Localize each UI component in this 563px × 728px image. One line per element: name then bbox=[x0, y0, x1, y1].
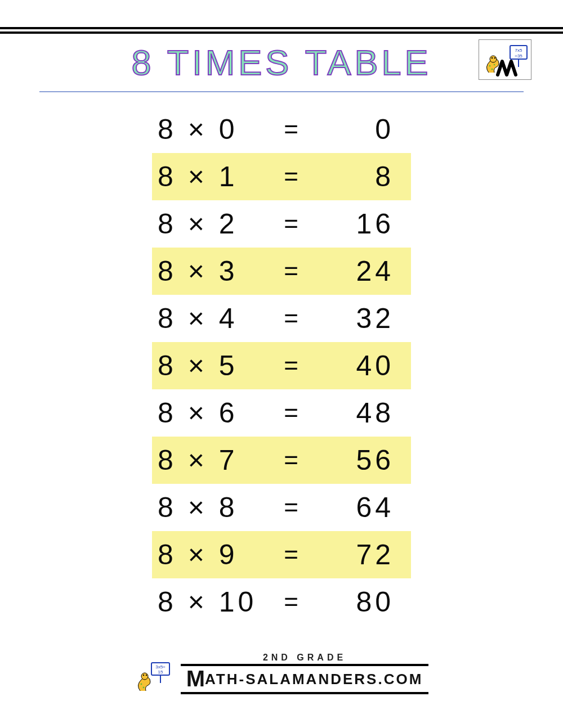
grade-label: 2ND GRADE bbox=[263, 653, 346, 663]
row-result: 80 bbox=[310, 586, 401, 618]
svg-point-5 bbox=[489, 65, 491, 67]
equals-sign: = bbox=[276, 352, 310, 380]
svg-point-7 bbox=[494, 64, 495, 66]
row-lhs: 8 × 5 bbox=[152, 349, 276, 382]
row-result: 16 bbox=[310, 208, 401, 240]
row-lhs: 8 × 10 bbox=[152, 586, 276, 618]
row-lhs: 8 × 2 bbox=[152, 208, 276, 240]
row-result: 8 bbox=[310, 160, 401, 193]
row-result: 24 bbox=[310, 255, 401, 287]
row-result: 0 bbox=[310, 113, 401, 146]
title-underline bbox=[39, 91, 524, 92]
svg-point-13 bbox=[140, 684, 142, 685]
table-row: 8 × 9=72 bbox=[152, 531, 411, 578]
equals-sign: = bbox=[276, 446, 310, 474]
row-lhs: 8 × 8 bbox=[152, 491, 276, 524]
table-row: 8 × 3=24 bbox=[152, 248, 411, 295]
row-lhs: 8 × 6 bbox=[152, 397, 276, 429]
footer-board-line1: 3x5= bbox=[155, 664, 166, 669]
logo-board-line2: =35 bbox=[515, 53, 522, 59]
svg-point-4 bbox=[494, 57, 496, 59]
svg-point-14 bbox=[142, 687, 144, 689]
equals-sign: = bbox=[276, 210, 310, 238]
footer-text: 2ND GRADE MATH-SALAMANDERS.COM bbox=[181, 653, 429, 694]
svg-point-10 bbox=[141, 673, 148, 680]
equals-sign: = bbox=[276, 163, 310, 191]
salamander-mascot-icon: 7x5 =35 bbox=[481, 42, 529, 77]
header: 8 TIMES TABLE bbox=[39, 44, 524, 92]
row-lhs: 8 × 4 bbox=[152, 302, 276, 335]
row-result: 56 bbox=[310, 444, 401, 477]
brand-label: MATH-SALAMANDERS.COM bbox=[181, 664, 429, 694]
page-title: 8 TIMES TABLE bbox=[39, 44, 524, 80]
equals-sign: = bbox=[276, 541, 310, 569]
svg-point-2 bbox=[490, 56, 497, 62]
salamander-footer-icon: 3x5= 15 bbox=[135, 660, 174, 694]
equals-sign: = bbox=[276, 115, 310, 143]
top-double-rule bbox=[0, 27, 563, 34]
table-row: 8 × 0=0 bbox=[152, 106, 411, 153]
brand-m: M bbox=[186, 666, 205, 691]
svg-point-6 bbox=[491, 69, 493, 70]
row-result: 72 bbox=[310, 538, 401, 571]
row-lhs: 8 × 9 bbox=[152, 538, 276, 571]
table-row: 8 × 4=32 bbox=[152, 295, 411, 342]
table-row: 8 × 8=64 bbox=[152, 484, 411, 531]
worksheet-page: 8 TIMES TABLE 7x5 =35 8 × 0=08 × 1=88 × … bbox=[0, 0, 563, 728]
svg-point-11 bbox=[142, 675, 144, 676]
times-table-rows: 8 × 0=08 × 1=88 × 2=168 × 3=248 × 4=328 … bbox=[0, 106, 563, 626]
row-result: 64 bbox=[310, 491, 401, 524]
table-row: 8 × 5=40 bbox=[152, 342, 411, 389]
salamander-corner-logo: 7x5 =35 bbox=[479, 39, 531, 80]
table-row: 8 × 6=48 bbox=[152, 389, 411, 437]
footer-salamander-logo: 3x5= 15 bbox=[135, 660, 174, 694]
logo-board-line1: 7x5 bbox=[515, 48, 522, 53]
row-lhs: 8 × 3 bbox=[152, 255, 276, 287]
row-result: 32 bbox=[310, 302, 401, 335]
equals-sign: = bbox=[276, 493, 310, 522]
table-row: 8 × 10=80 bbox=[152, 578, 411, 626]
table-row: 8 × 2=16 bbox=[152, 200, 411, 248]
table-row: 8 × 1=8 bbox=[152, 153, 411, 200]
equals-sign: = bbox=[276, 588, 310, 616]
brand-rest: ATH-SALAMANDERS.COM bbox=[205, 671, 423, 687]
svg-point-12 bbox=[145, 675, 146, 676]
equals-sign: = bbox=[276, 257, 310, 285]
footer-board-line2: 15 bbox=[158, 669, 163, 675]
row-result: 40 bbox=[310, 349, 401, 382]
equals-sign: = bbox=[276, 304, 310, 332]
equals-sign: = bbox=[276, 399, 310, 427]
row-lhs: 8 × 0 bbox=[152, 113, 276, 146]
row-lhs: 8 × 1 bbox=[152, 160, 276, 193]
row-lhs: 8 × 7 bbox=[152, 444, 276, 477]
svg-point-3 bbox=[491, 57, 493, 59]
footer: 3x5= 15 2ND GRADE MATH-SALAMANDERS.COM bbox=[0, 653, 563, 694]
table-row: 8 × 7=56 bbox=[152, 437, 411, 484]
row-result: 48 bbox=[310, 397, 401, 429]
